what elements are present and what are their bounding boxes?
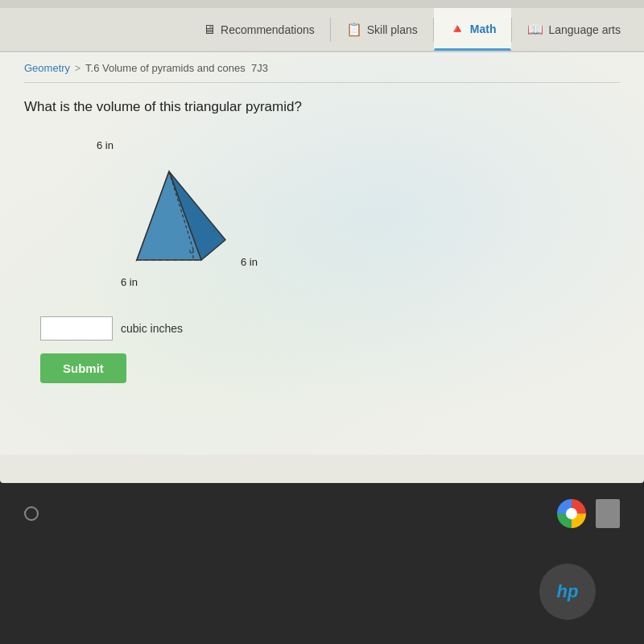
taskbar-inner [24,499,620,528]
tab-recommendations-label: Recommendations [221,23,315,36]
question-text: What is the volume of this triangular py… [24,99,620,115]
answer-row: cubic inches [40,316,620,341]
nav-tabs: 🖥 Recommendations 📋 Skill plans 🔺 Math 📖… [0,8,644,52]
browser-bar [0,0,644,8]
math-icon: 🔺 [449,21,465,36]
answer-input[interactable] [40,316,113,341]
tab-language-arts-label: Language arts [548,23,621,36]
skill-plans-icon: 📋 [346,22,362,37]
language-arts-icon: 📖 [527,22,543,37]
file-manager-icon[interactable] [596,499,620,528]
taskbar-right [557,499,620,528]
breadcrumb-subject[interactable]: Geometry [24,62,70,74]
breadcrumb-topic: T.6 Volume of pyramids and cones 7J3 [85,62,268,74]
taskbar: hp [0,483,644,644]
tab-skill-plans-label: Skill plans [367,23,418,36]
pyramid-diagram: 6 in 6 in 6 in [72,131,282,308]
tab-recommendations[interactable]: 🖥 Recommendations [188,8,330,51]
pyramid-label-right: 6 in [241,256,258,268]
pyramid-svg [89,147,250,292]
content-area: Geometry > T.6 Volume of pyramids and co… [0,52,644,455]
tab-skill-plans[interactable]: 📋 Skill plans [331,8,433,51]
recommendations-icon: 🖥 [203,23,216,37]
taskbar-left [24,506,39,521]
breadcrumb: Geometry > T.6 Volume of pyramids and co… [24,62,620,83]
chrome-icon[interactable] [557,499,586,528]
submit-button[interactable]: Submit [40,353,126,383]
tab-math-label: Math [470,23,497,35]
unit-label: cubic inches [121,322,183,335]
hp-logo: hp [539,564,596,620]
tab-math[interactable]: 🔺 Math [434,8,512,51]
screen: 🖥 Recommendations 📋 Skill plans 🔺 Math 📖… [0,0,644,483]
breadcrumb-separator: > [75,63,80,74]
tab-language-arts[interactable]: 📖 Language arts [512,8,636,51]
taskbar-circle [24,506,39,521]
pyramid-label-bottom: 6 in [121,276,138,288]
chrome-inner-dot [566,508,577,519]
